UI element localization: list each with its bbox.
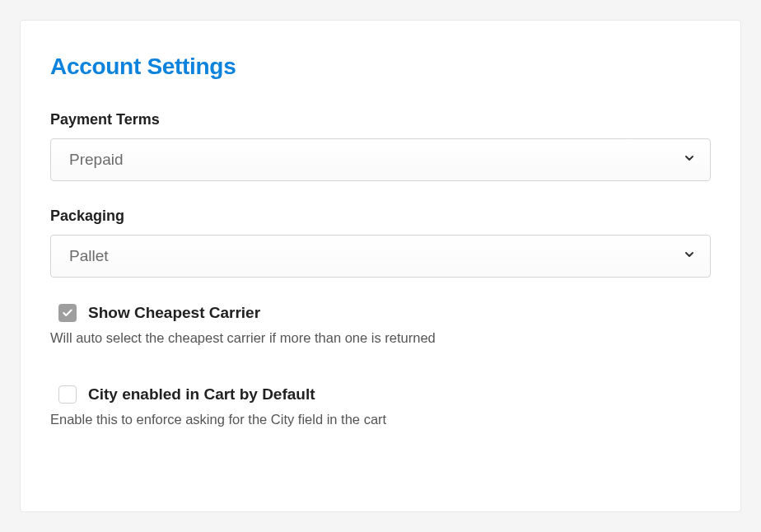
city-enabled-row: City enabled in Cart by Default: [50, 385, 711, 404]
show-cheapest-label: Show Cheapest Carrier: [88, 304, 260, 322]
show-cheapest-helper: Will auto select the cheapest carrier if…: [50, 330, 711, 346]
payment-terms-group: Payment Terms Prepaid: [50, 111, 711, 181]
page-title: Account Settings: [50, 54, 711, 80]
packaging-label: Packaging: [50, 208, 711, 225]
city-enabled-helper: Enable this to enforce asking for the Ci…: [50, 412, 711, 427]
show-cheapest-checkbox[interactable]: [58, 304, 77, 322]
show-cheapest-row: Show Cheapest Carrier: [50, 304, 711, 322]
city-enabled-checkbox[interactable]: [58, 385, 77, 404]
packaging-select[interactable]: Pallet: [50, 235, 711, 278]
account-settings-card: Account Settings Payment Terms Prepaid P…: [20, 20, 741, 512]
packaging-value: Pallet: [50, 235, 711, 278]
city-enabled-section: City enabled in Cart by Default Enable t…: [50, 385, 711, 427]
show-cheapest-section: Show Cheapest Carrier Will auto select t…: [50, 304, 711, 346]
packaging-group: Packaging Pallet: [50, 208, 711, 278]
payment-terms-label: Payment Terms: [50, 111, 711, 128]
payment-terms-value: Prepaid: [50, 138, 711, 181]
city-enabled-label: City enabled in Cart by Default: [88, 385, 315, 404]
payment-terms-select[interactable]: Prepaid: [50, 138, 711, 181]
